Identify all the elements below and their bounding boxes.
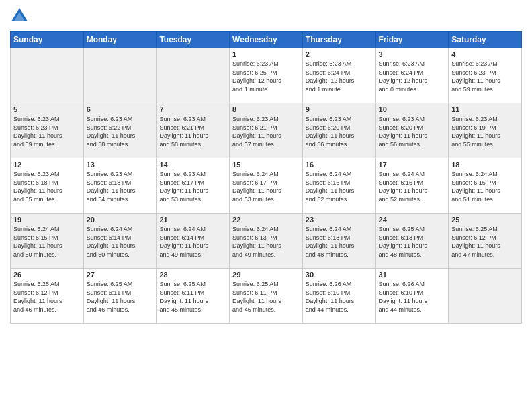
calendar-cell: 25Sunrise: 6:25 AM Sunset: 6:12 PM Dayli… (449, 214, 522, 269)
cell-sun-info: Sunrise: 6:23 AM Sunset: 6:25 PM Dayligh… (232, 60, 300, 93)
day-number: 6 (87, 105, 154, 113)
day-number: 26 (13, 271, 81, 279)
day-number: 25 (451, 216, 519, 224)
calendar-cell: 20Sunrise: 6:24 AM Sunset: 6:14 PM Dayli… (83, 214, 157, 269)
weekday-header-tuesday: Tuesday (157, 32, 230, 48)
calendar-cell: 29Sunrise: 6:25 AM Sunset: 6:11 PM Dayli… (230, 269, 303, 324)
day-number: 29 (232, 271, 300, 279)
day-number: 18 (451, 161, 519, 169)
day-number: 14 (159, 161, 226, 169)
calendar-cell: 21Sunrise: 6:24 AM Sunset: 6:14 PM Dayli… (157, 214, 230, 269)
calendar-table: SundayMondayTuesdayWednesdayThursdayFrid… (10, 31, 522, 324)
calendar-cell: 18Sunrise: 6:24 AM Sunset: 6:15 PM Dayli… (449, 158, 522, 214)
calendar-cell: 16Sunrise: 6:24 AM Sunset: 6:16 PM Dayli… (302, 158, 375, 214)
calendar-cell: 6Sunrise: 6:23 AM Sunset: 6:22 PM Daylig… (83, 103, 157, 158)
day-number: 13 (87, 161, 154, 169)
weekday-header-wednesday: Wednesday (230, 32, 303, 48)
day-number: 9 (306, 105, 373, 113)
cell-sun-info: Sunrise: 6:24 AM Sunset: 6:15 PM Dayligh… (13, 225, 81, 259)
cell-sun-info: Sunrise: 6:23 AM Sunset: 6:17 PM Dayligh… (159, 170, 226, 203)
cell-sun-info: Sunrise: 6:24 AM Sunset: 6:15 PM Dayligh… (451, 170, 519, 203)
cell-sun-info: Sunrise: 6:26 AM Sunset: 6:10 PM Dayligh… (379, 280, 446, 314)
calendar-week-5: 26Sunrise: 6:25 AM Sunset: 6:12 PM Dayli… (11, 269, 522, 324)
calendar-week-4: 19Sunrise: 6:24 AM Sunset: 6:15 PM Dayli… (11, 214, 522, 269)
cell-sun-info: Sunrise: 6:24 AM Sunset: 6:13 PM Dayligh… (306, 225, 373, 259)
calendar-cell: 24Sunrise: 6:25 AM Sunset: 6:13 PM Dayli… (375, 214, 449, 269)
cell-sun-info: Sunrise: 6:23 AM Sunset: 6:19 PM Dayligh… (451, 115, 519, 148)
day-number: 21 (159, 216, 226, 224)
calendar-cell (11, 48, 84, 103)
cell-sun-info: Sunrise: 6:23 AM Sunset: 6:18 PM Dayligh… (13, 170, 81, 203)
cell-sun-info: Sunrise: 6:23 AM Sunset: 6:21 PM Dayligh… (159, 115, 226, 148)
cell-sun-info: Sunrise: 6:25 AM Sunset: 6:11 PM Dayligh… (87, 280, 154, 314)
cell-sun-info: Sunrise: 6:24 AM Sunset: 6:14 PM Dayligh… (159, 225, 226, 259)
cell-sun-info: Sunrise: 6:23 AM Sunset: 6:23 PM Dayligh… (13, 115, 81, 148)
calendar-cell: 14Sunrise: 6:23 AM Sunset: 6:17 PM Dayli… (157, 158, 230, 214)
calendar-cell (449, 269, 522, 324)
weekday-header-sunday: Sunday (11, 32, 84, 48)
calendar-cell: 9Sunrise: 6:23 AM Sunset: 6:20 PM Daylig… (302, 103, 375, 158)
calendar-cell: 28Sunrise: 6:25 AM Sunset: 6:11 PM Dayli… (157, 269, 230, 324)
calendar-cell: 23Sunrise: 6:24 AM Sunset: 6:13 PM Dayli… (302, 214, 375, 269)
calendar-cell: 31Sunrise: 6:26 AM Sunset: 6:10 PM Dayli… (375, 269, 449, 324)
cell-sun-info: Sunrise: 6:24 AM Sunset: 6:14 PM Dayligh… (87, 225, 154, 259)
day-number: 23 (306, 216, 373, 224)
weekday-header-friday: Friday (375, 32, 449, 48)
weekday-header-monday: Monday (83, 32, 157, 48)
calendar-cell: 22Sunrise: 6:24 AM Sunset: 6:13 PM Dayli… (230, 214, 303, 269)
weekday-header-row: SundayMondayTuesdayWednesdayThursdayFrid… (11, 32, 522, 48)
day-number: 15 (232, 161, 300, 169)
calendar-cell: 15Sunrise: 6:24 AM Sunset: 6:17 PM Dayli… (230, 158, 303, 214)
cell-sun-info: Sunrise: 6:23 AM Sunset: 6:22 PM Dayligh… (87, 115, 154, 148)
calendar-cell: 8Sunrise: 6:23 AM Sunset: 6:21 PM Daylig… (230, 103, 303, 158)
day-number: 16 (306, 161, 373, 169)
cell-sun-info: Sunrise: 6:24 AM Sunset: 6:16 PM Dayligh… (379, 170, 446, 203)
day-number: 19 (13, 216, 81, 224)
calendar-cell: 11Sunrise: 6:23 AM Sunset: 6:19 PM Dayli… (449, 103, 522, 158)
cell-sun-info: Sunrise: 6:25 AM Sunset: 6:11 PM Dayligh… (232, 280, 300, 314)
cell-sun-info: Sunrise: 6:24 AM Sunset: 6:13 PM Dayligh… (232, 225, 300, 259)
cell-sun-info: Sunrise: 6:24 AM Sunset: 6:17 PM Dayligh… (232, 170, 300, 203)
cell-sun-info: Sunrise: 6:25 AM Sunset: 6:13 PM Dayligh… (379, 225, 446, 259)
day-number: 31 (379, 271, 446, 279)
cell-sun-info: Sunrise: 6:23 AM Sunset: 6:24 PM Dayligh… (379, 60, 446, 93)
calendar-cell: 19Sunrise: 6:24 AM Sunset: 6:15 PM Dayli… (11, 214, 84, 269)
day-number: 8 (232, 105, 300, 113)
day-number: 2 (306, 50, 373, 58)
calendar-week-2: 5Sunrise: 6:23 AM Sunset: 6:23 PM Daylig… (11, 103, 522, 158)
calendar-cell (157, 48, 230, 103)
calendar-cell: 13Sunrise: 6:23 AM Sunset: 6:18 PM Dayli… (83, 158, 157, 214)
calendar-cell: 4Sunrise: 6:23 AM Sunset: 6:23 PM Daylig… (449, 48, 522, 103)
cell-sun-info: Sunrise: 6:23 AM Sunset: 6:20 PM Dayligh… (306, 115, 373, 148)
cell-sun-info: Sunrise: 6:25 AM Sunset: 6:11 PM Dayligh… (159, 280, 226, 314)
cell-sun-info: Sunrise: 6:23 AM Sunset: 6:21 PM Dayligh… (232, 115, 300, 148)
weekday-header-thursday: Thursday (302, 32, 375, 48)
day-number: 11 (451, 105, 519, 113)
calendar-cell: 26Sunrise: 6:25 AM Sunset: 6:12 PM Dayli… (11, 269, 84, 324)
calendar-cell: 1Sunrise: 6:23 AM Sunset: 6:25 PM Daylig… (230, 48, 303, 103)
weekday-header-saturday: Saturday (449, 32, 522, 48)
day-number: 27 (87, 271, 154, 279)
calendar-cell: 12Sunrise: 6:23 AM Sunset: 6:18 PM Dayli… (11, 158, 84, 214)
calendar-week-1: 1Sunrise: 6:23 AM Sunset: 6:25 PM Daylig… (11, 48, 522, 103)
calendar-cell (83, 48, 157, 103)
day-number: 1 (232, 50, 300, 58)
calendar-week-3: 12Sunrise: 6:23 AM Sunset: 6:18 PM Dayli… (11, 158, 522, 214)
day-number: 28 (159, 271, 226, 279)
logo-icon (10, 7, 29, 26)
day-number: 10 (379, 105, 446, 113)
day-number: 12 (13, 161, 81, 169)
day-number: 7 (159, 105, 226, 113)
day-number: 24 (379, 216, 446, 224)
calendar-cell: 27Sunrise: 6:25 AM Sunset: 6:11 PM Dayli… (83, 269, 157, 324)
page-header (10, 7, 522, 26)
cell-sun-info: Sunrise: 6:23 AM Sunset: 6:20 PM Dayligh… (379, 115, 446, 148)
day-number: 4 (451, 50, 519, 58)
day-number: 22 (232, 216, 300, 224)
cell-sun-info: Sunrise: 6:26 AM Sunset: 6:10 PM Dayligh… (306, 280, 373, 314)
calendar-cell: 3Sunrise: 6:23 AM Sunset: 6:24 PM Daylig… (375, 48, 449, 103)
day-number: 3 (379, 50, 446, 58)
calendar-cell: 30Sunrise: 6:26 AM Sunset: 6:10 PM Dayli… (302, 269, 375, 324)
day-number: 5 (13, 105, 81, 113)
calendar-cell: 7Sunrise: 6:23 AM Sunset: 6:21 PM Daylig… (157, 103, 230, 158)
